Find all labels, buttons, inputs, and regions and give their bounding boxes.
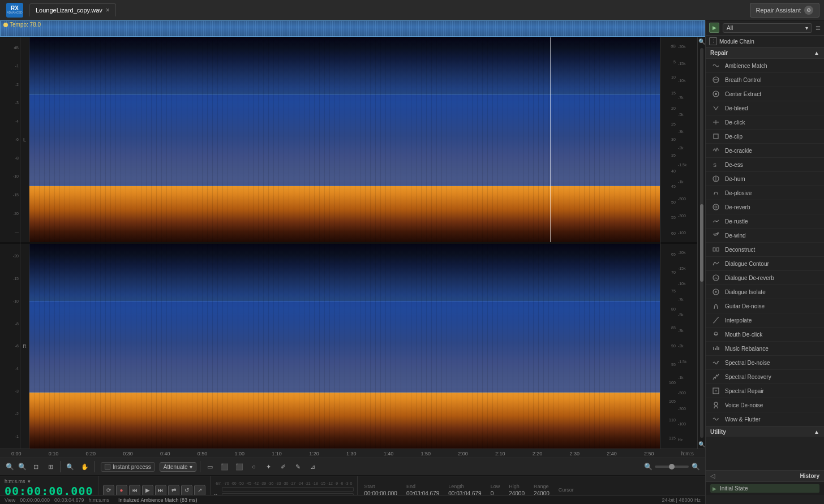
svg-point-3 xyxy=(715,93,717,95)
spectrogram-R[interactable] xyxy=(29,244,660,449)
output-btn[interactable]: ↗ xyxy=(194,485,205,496)
module-item-dialogue-contour[interactable]: Dialogue Contour xyxy=(706,257,824,271)
module-chain-label: Module Chain xyxy=(719,38,754,45)
module-item-dialogue-isolate[interactable]: Dialogue Isolate xyxy=(706,285,824,299)
zoom-in-btn[interactable]: 🔍 xyxy=(17,462,27,472)
module-item-de-hum[interactable]: De-hum xyxy=(706,172,824,186)
dialogue-isolate-icon xyxy=(711,287,720,296)
rewind-btn[interactable]: ⏮ xyxy=(129,485,140,496)
module-item-dialogue-de-reverb[interactable]: Dialogue De-reverb xyxy=(706,271,824,285)
brush-btn[interactable]: ✐ xyxy=(277,460,290,473)
history-item-initial[interactable]: ▶ Initial State xyxy=(710,484,819,493)
instant-process-checkbox[interactable] xyxy=(105,464,110,469)
status-message: Initialized Ambience Match (83 ms) xyxy=(118,497,198,503)
dialogue-isolate-label: Dialogue Isolate xyxy=(725,289,766,295)
module-item-ambience-match[interactable]: Ambience Match xyxy=(706,59,824,73)
repair-assistant-button[interactable]: Repair Assistant ⚙ xyxy=(750,3,819,18)
module-item-de-click[interactable]: De-click xyxy=(706,115,824,130)
title-bar: RX ADVANCED LoungeLizard_copy.wav × Repa… xyxy=(0,0,824,20)
marker-btn[interactable]: ⊿ xyxy=(307,460,319,473)
all-modules-dropdown[interactable]: All ▾ xyxy=(723,23,812,33)
module-item-spectral-de-noise[interactable]: Spectral De-noise xyxy=(706,356,824,370)
de-rustle-label: De-rustle xyxy=(725,218,748,225)
time-format-label: h:m:s.ms xyxy=(5,479,25,484)
voice-de-noise-icon xyxy=(711,400,720,410)
module-item-de-ess[interactable]: S De-ess xyxy=(706,158,824,172)
tab-close-btn[interactable]: × xyxy=(106,6,110,14)
spectral-recovery-label: Spectral Recovery xyxy=(725,374,771,380)
zoom-slider-thumb[interactable] xyxy=(669,464,675,469)
sidebar-play-btn[interactable]: ▶ xyxy=(709,23,719,33)
hand-tool-btn[interactable]: ✋ xyxy=(79,460,91,473)
interpolate-label: Interpolate xyxy=(725,317,752,324)
vert-scroll-thumb[interactable] xyxy=(700,204,703,282)
sidebar-menu-icon[interactable]: ☰ xyxy=(816,25,821,31)
select-time-btn[interactable]: ⬛ xyxy=(218,460,231,473)
sel-cursor-col: Cursor xyxy=(559,487,574,494)
module-item-voice-de-noise[interactable]: Voice De-noise xyxy=(706,398,824,412)
zoom-in-vert-icon[interactable]: 🔍 xyxy=(697,37,706,46)
fit-zoom-btn[interactable]: ⊡ xyxy=(29,460,42,473)
repair-section-header[interactable]: Repair ▲ xyxy=(706,48,824,59)
module-item-de-reverb[interactable]: De-reverb xyxy=(706,200,824,214)
zoom-out-h-btn[interactable]: 🔍 xyxy=(643,462,653,472)
module-item-breath-control[interactable]: Breath Control xyxy=(706,73,824,87)
history-back-btn[interactable]: ◁ xyxy=(710,472,715,480)
svg-point-20 xyxy=(714,402,718,406)
module-item-de-clip[interactable]: De-clip xyxy=(706,130,824,144)
module-item-de-wind[interactable]: De-wind xyxy=(706,229,824,243)
module-item-spectral-recovery[interactable]: Spectral Recovery xyxy=(706,370,824,384)
module-item-music-rebalance[interactable]: Music Rebalance xyxy=(706,342,824,356)
module-item-de-plosive[interactable]: De-plosive xyxy=(706,186,824,200)
overview-bar[interactable]: Tempo: 78.0 xyxy=(0,20,705,37)
instant-process-toggle[interactable]: Instant process xyxy=(101,462,155,472)
sel-high-label: High xyxy=(509,484,525,489)
view-label: View xyxy=(5,497,15,503)
zoom-selection-btn[interactable]: ⊞ xyxy=(44,460,57,473)
module-item-center-extract[interactable]: Center Extract xyxy=(706,87,824,101)
module-item-interpolate[interactable]: Interpolate xyxy=(706,313,824,328)
module-item-de-bleed[interactable]: De-bleed xyxy=(706,101,824,115)
lasso-btn[interactable]: ○ xyxy=(248,460,260,473)
loop2-btn[interactable]: ⇄ xyxy=(168,485,179,496)
de-bleed-label: De-bleed xyxy=(725,105,748,111)
sidebar-top-controls: ▶ All ▾ ☰ xyxy=(706,20,824,36)
zoom-minus-btn[interactable]: 🔍 xyxy=(64,460,76,473)
history-content: ▶ Initial State xyxy=(706,482,824,495)
spectrogram-L[interactable] xyxy=(29,37,660,242)
zoom-out-vert-icon[interactable]: 🔍 xyxy=(697,440,706,449)
svg-rect-6 xyxy=(714,134,718,139)
zoom-slider[interactable] xyxy=(655,466,689,468)
play-btn[interactable]: ▶ xyxy=(142,485,153,496)
module-item-spectral-repair[interactable]: Spectral Repair xyxy=(706,384,824,398)
vertical-spikes-L xyxy=(29,37,660,242)
module-item-deconstruct[interactable]: Deconstruct xyxy=(706,243,824,257)
pencil-btn[interactable]: ✎ xyxy=(292,460,304,473)
settings-btn[interactable]: ↺ xyxy=(181,485,192,496)
select-freq-btn[interactable]: ⬛ xyxy=(233,460,246,473)
loop-btn[interactable]: ⟳ xyxy=(103,485,114,496)
utility-label: Utility xyxy=(710,429,726,435)
zoom-out-btn[interactable]: 🔍 xyxy=(5,462,15,472)
module-item-guitar-de-noise[interactable]: Guitar De-noise xyxy=(706,299,824,313)
view-start: 00:00:00.000 xyxy=(20,497,50,503)
magic-wand-btn[interactable]: ✦ xyxy=(263,460,275,473)
module-item-wow-flutter[interactable]: Wow & Flutter xyxy=(706,412,824,427)
right-sidebar: ▶ All ▾ ☰ ⋮ Module Chain Repair ▲ Ambien… xyxy=(705,20,824,504)
de-click-label: De-click xyxy=(725,119,745,126)
tempo-dot-icon xyxy=(3,23,8,27)
module-item-de-rustle[interactable]: De-rustle xyxy=(706,214,824,229)
de-clip-icon xyxy=(711,132,720,141)
module-item-de-crackle[interactable]: De-crackle xyxy=(706,144,824,158)
de-ess-icon: S xyxy=(711,160,720,169)
module-chain-btn[interactable]: ⋮ Module Chain xyxy=(706,36,824,48)
record-btn[interactable]: ● xyxy=(116,485,127,496)
skip-fwd-btn[interactable]: ⏭ xyxy=(155,485,166,496)
de-crackle-label: De-crackle xyxy=(725,148,752,154)
utility-header[interactable]: Utility ▲ xyxy=(706,427,824,437)
select-rect-btn[interactable]: ▭ xyxy=(204,460,216,473)
active-tab[interactable]: LoungeLizard_copy.wav × xyxy=(29,3,116,16)
zoom-in-h-btn[interactable]: 🔍 xyxy=(690,462,701,472)
module-item-mouth-de-click[interactable]: Mouth De-click xyxy=(706,328,824,342)
attenuate-dropdown[interactable]: Attenuate ▾ xyxy=(160,462,196,472)
